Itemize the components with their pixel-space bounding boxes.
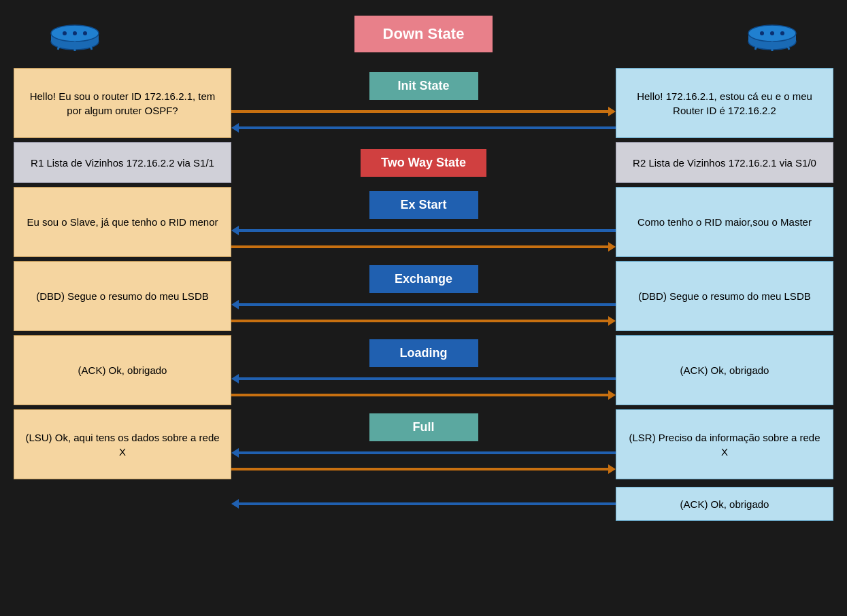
router1-icon bbox=[48, 14, 102, 54]
full-arrows bbox=[231, 447, 616, 475]
ospf-diagram: Down State Hello! Eu sou o router ID 172… bbox=[0, 0, 847, 616]
twoway-state-badge: Two Way State bbox=[361, 149, 486, 177]
top-row: Down State bbox=[7, 7, 840, 61]
init-arrowhead-left bbox=[231, 123, 239, 133]
init-right-box: Hello! 172.16.2.1, estou cá eu e o meu R… bbox=[616, 68, 833, 138]
exchange-arrow-left bbox=[231, 298, 616, 311]
down-state-badge: Down State bbox=[354, 16, 493, 52]
exchange-row: (DBD) Segue o resumo do meu LSDB Exchang… bbox=[7, 261, 840, 331]
last-right-box: (ACK) Ok, obrigado bbox=[616, 487, 833, 521]
last-row: (ACK) Ok, obrigado bbox=[7, 483, 840, 524]
exstart-row: Eu sou o Slave, já que tenho o RID menor… bbox=[7, 187, 840, 257]
exstart-arrows bbox=[231, 224, 616, 253]
loading-row: (ACK) Ok, obrigado Loading (ACK) Ok, obr… bbox=[7, 335, 840, 405]
full-line-left bbox=[239, 451, 616, 454]
router2-icon bbox=[745, 14, 799, 54]
twoway-row: R1 Lista de Vizinhos 172.16.2.2 via S1/1… bbox=[7, 142, 840, 183]
full-row: (LSU) Ok, aqui tens os dados sobre a red… bbox=[7, 409, 840, 479]
svg-point-4 bbox=[73, 31, 77, 35]
twoway-right-box: R2 Lista de Vizinhos 172.16.2.1 via S1/0 bbox=[616, 142, 833, 183]
full-arrow-left bbox=[231, 447, 616, 459]
init-state-badge: Init State bbox=[369, 72, 478, 100]
exchange-state-badge: Exchange bbox=[369, 265, 478, 293]
exchange-center: Exchange bbox=[231, 261, 616, 331]
last-line-left bbox=[239, 502, 616, 505]
exstart-left-box: Eu sou o Slave, já que tenho o RID menor bbox=[14, 187, 231, 257]
loading-line-right bbox=[231, 394, 608, 396]
svg-point-12 bbox=[760, 31, 764, 35]
exchange-arrowhead-right bbox=[608, 316, 616, 326]
loading-arrows bbox=[231, 373, 616, 401]
init-line-right bbox=[231, 110, 608, 113]
init-row: Hello! Eu sou o router ID 172.16.2.1, te… bbox=[7, 68, 840, 138]
full-line-right bbox=[231, 468, 608, 470]
svg-point-14 bbox=[780, 31, 784, 35]
svg-point-13 bbox=[770, 31, 774, 35]
exchange-line-right bbox=[231, 320, 608, 322]
exstart-right-box: Como tenho o RID maior,sou o Master bbox=[616, 187, 833, 257]
loading-arrowhead-right bbox=[608, 390, 616, 400]
exchange-arrows bbox=[231, 298, 616, 327]
exchange-left-box: (DBD) Segue o resumo do meu LSDB bbox=[14, 261, 231, 331]
init-arrows bbox=[231, 105, 616, 134]
last-center bbox=[231, 499, 616, 509]
loading-arrowhead-left bbox=[231, 374, 239, 383]
full-right-box: (LSR) Preciso da informação sobre a rede… bbox=[616, 409, 833, 479]
loading-center: Loading bbox=[231, 335, 616, 405]
loading-arrow-left bbox=[231, 373, 616, 385]
loading-left-box: (ACK) Ok, obrigado bbox=[14, 335, 231, 405]
init-arrow-right bbox=[231, 105, 616, 118]
init-left-box: Hello! Eu sou o router ID 172.16.2.1, te… bbox=[14, 68, 231, 138]
twoway-left-box: R1 Lista de Vizinhos 172.16.2.2 via S1/1 bbox=[14, 142, 231, 183]
exstart-line-left bbox=[239, 229, 616, 232]
exstart-arrow-right bbox=[231, 241, 616, 253]
exstart-state-badge: Ex Start bbox=[369, 191, 478, 219]
init-line-left bbox=[239, 126, 616, 129]
full-arrow-right bbox=[231, 463, 616, 475]
loading-arrow-right bbox=[231, 389, 616, 401]
init-arrow-left bbox=[231, 122, 616, 134]
exchange-right-box: (DBD) Segue o resumo do meu LSDB bbox=[616, 261, 833, 331]
loading-state-badge: Loading bbox=[369, 339, 478, 367]
twoway-center: Two Way State bbox=[231, 142, 616, 183]
exchange-line-left bbox=[239, 303, 616, 306]
last-arrowhead-left bbox=[231, 499, 239, 509]
full-state-badge: Full bbox=[369, 413, 478, 441]
full-arrowhead-left bbox=[231, 448, 239, 458]
init-arrowhead-right bbox=[608, 107, 616, 116]
exstart-center: Ex Start bbox=[231, 187, 616, 257]
full-left-box: (LSU) Ok, aqui tens os dados sobre a red… bbox=[14, 409, 231, 479]
svg-point-5 bbox=[83, 31, 87, 35]
exstart-arrowhead-left bbox=[231, 226, 239, 235]
full-arrowhead-right bbox=[608, 464, 616, 474]
full-center: Full bbox=[231, 409, 616, 479]
loading-line-left bbox=[239, 377, 616, 380]
exstart-line-right bbox=[231, 245, 608, 248]
exchange-arrowhead-left bbox=[231, 300, 239, 309]
exstart-arrow-left bbox=[231, 224, 616, 237]
exstart-arrowhead-right bbox=[608, 242, 616, 252]
loading-right-box: (ACK) Ok, obrigado bbox=[616, 335, 833, 405]
exchange-arrow-right bbox=[231, 315, 616, 327]
svg-point-3 bbox=[63, 31, 67, 35]
init-center: Init State bbox=[231, 68, 616, 138]
